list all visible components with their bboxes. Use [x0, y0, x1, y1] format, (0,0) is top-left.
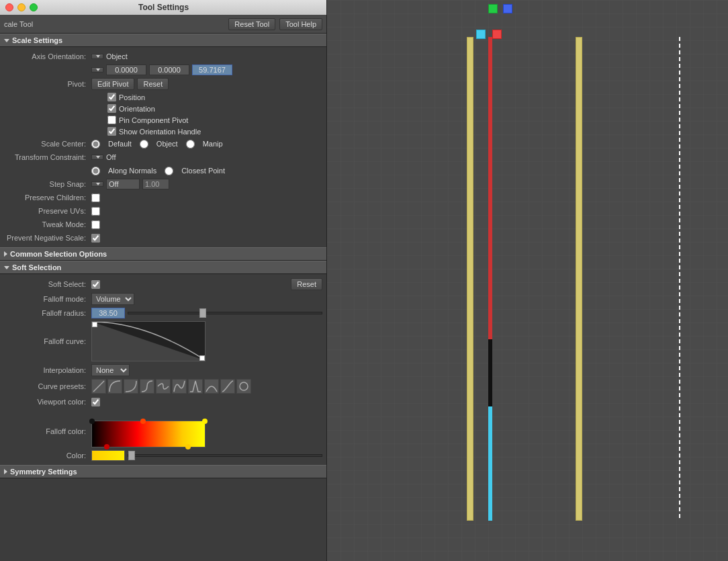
- xyz-row: 0.0000 0.0000 59.7167: [0, 63, 326, 77]
- color-row: Color:: [0, 449, 326, 462]
- falloff-curve-canvas[interactable]: [91, 321, 206, 361]
- falloff-mode-select[interactable]: Volume Surface: [91, 293, 134, 305]
- svg-point-1: [240, 382, 248, 390]
- preserve-uvs-content: [91, 207, 322, 216]
- x-field[interactable]: 0.0000: [106, 64, 146, 75]
- falloff-radius-field[interactable]: [91, 308, 125, 318]
- pivot-row: Pivot: Edit Pivot Reset: [0, 77, 326, 91]
- step-snap-off-field[interactable]: [106, 179, 140, 189]
- scale-center-default-radio[interactable]: [91, 140, 100, 148]
- scale-center-object-radio[interactable]: [140, 140, 148, 148]
- scale-center-object-label: Object: [156, 140, 178, 148]
- curve-handle-top[interactable]: [92, 322, 97, 327]
- falloff-radius-slider[interactable]: [128, 312, 322, 314]
- pivot-reset-button[interactable]: Reset: [137, 78, 169, 90]
- symmetry-settings-header[interactable]: Symmetry Settings: [0, 465, 326, 478]
- common-selection-header[interactable]: Common Selection Options: [0, 247, 326, 261]
- edit-pivot-button[interactable]: Edit Pivot: [91, 78, 134, 90]
- axis-orientation-dropdown[interactable]: [91, 54, 103, 59]
- scale-center-content: Default Object Manip: [91, 140, 322, 148]
- falloff-mode-content: Volume Surface: [91, 293, 322, 305]
- soft-select-content: Reset: [91, 278, 322, 290]
- preserve-uvs-row: Preserve UVs:: [0, 204, 326, 218]
- color-marker-gold-bottom[interactable]: [185, 444, 191, 449]
- color-slider[interactable]: [128, 454, 322, 457]
- color-marker-red-top[interactable]: [140, 419, 146, 424]
- falloff-color-row: Falloff color:: [0, 408, 326, 449]
- preset-btn-7[interactable]: [188, 379, 203, 394]
- falloff-curve-label: Falloff curve:: [4, 337, 91, 345]
- vp-square-green: [488, 4, 498, 13]
- color-marker-darkred-bottom[interactable]: [104, 444, 109, 449]
- soft-select-checkbox[interactable]: [91, 280, 100, 289]
- minimize-button[interactable]: [17, 3, 26, 11]
- maximize-button[interactable]: [30, 3, 38, 11]
- closest-point-radio[interactable]: [165, 167, 173, 175]
- preset-btn-5[interactable]: [156, 379, 171, 394]
- tweak-mode-content: [91, 220, 322, 229]
- preserve-children-label: Preserve Children:: [4, 193, 91, 202]
- scale-settings-arrow: [4, 39, 9, 42]
- xyz-dropdown[interactable]: [91, 67, 103, 73]
- viewport-color-checkbox[interactable]: [91, 398, 100, 406]
- title-bar: Tool Settings: [0, 0, 327, 15]
- vp-bar-black: [488, 339, 492, 406]
- color-marker-yellow-top[interactable]: [202, 419, 208, 424]
- along-normals-label: Along Normals: [108, 167, 156, 175]
- interpolation-row: Interpolation: None Linear: [0, 363, 326, 378]
- step-snap-content: [91, 179, 322, 189]
- xyz-arrow: [96, 69, 100, 71]
- preset-btn-10[interactable]: [236, 379, 251, 394]
- curve-handle-bottom[interactable]: [199, 355, 205, 361]
- viewport-grid: [327, 0, 728, 561]
- transform-constraint-dropdown[interactable]: [91, 155, 103, 160]
- interpolation-select[interactable]: None Linear: [91, 364, 130, 376]
- step-snap-dropdown[interactable]: [91, 181, 103, 187]
- prevent-negative-checkbox[interactable]: [91, 234, 100, 243]
- falloff-curve-svg: [92, 322, 206, 361]
- soft-select-row: Soft Select: Reset: [0, 277, 326, 292]
- vp-bar-red-upper: [488, 37, 492, 339]
- color-marker-black-top[interactable]: [89, 419, 95, 424]
- preserve-children-row: Preserve Children:: [0, 191, 326, 204]
- along-normals-radio[interactable]: [91, 167, 100, 175]
- tweak-mode-checkbox[interactable]: [91, 220, 100, 229]
- step-snap-num-field[interactable]: [142, 179, 169, 189]
- ss-arrow: [96, 183, 100, 185]
- y-field[interactable]: 0.0000: [149, 64, 189, 75]
- vp-square-blue: [503, 4, 512, 13]
- scale-settings-header[interactable]: Scale Settings: [0, 34, 326, 47]
- scale-center-manip-radio[interactable]: [186, 140, 195, 148]
- viewport-color-row: Viewport color:: [0, 395, 326, 408]
- close-button[interactable]: [5, 3, 13, 11]
- preset-btn-2[interactable]: [107, 379, 122, 394]
- pin-component-checkbox[interactable]: [107, 116, 116, 124]
- preset-btn-3[interactable]: [124, 379, 138, 394]
- position-checkbox[interactable]: [107, 93, 116, 101]
- pin-component-label: Pin Component Pivot: [119, 116, 188, 124]
- common-selection-arrow: [4, 251, 7, 257]
- viewport: [327, 0, 728, 561]
- reset-tool-button[interactable]: Reset Tool: [228, 18, 275, 30]
- panel-toolbar: cale Tool Reset Tool Tool Help: [0, 15, 326, 34]
- preserve-uvs-checkbox[interactable]: [91, 207, 100, 216]
- z-field[interactable]: 59.7167: [192, 64, 232, 75]
- falloff-color-gradient[interactable]: [91, 421, 206, 447]
- tool-help-button[interactable]: Tool Help: [279, 18, 322, 30]
- soft-select-reset-button[interactable]: Reset: [291, 278, 322, 290]
- scale-center-label: Scale Center:: [4, 140, 91, 148]
- color-swatch[interactable]: [91, 450, 125, 461]
- preset-btn-6[interactable]: [172, 379, 187, 394]
- prevent-negative-row: Prevent Negative Scale:: [0, 231, 326, 245]
- viewport-color-content: [91, 398, 322, 406]
- preset-btn-8[interactable]: [204, 379, 219, 394]
- orientation-checkbox[interactable]: [107, 104, 116, 113]
- vp-square-red-top: [492, 30, 502, 39]
- preset-btn-4[interactable]: [140, 379, 154, 394]
- preset-btn-9[interactable]: [220, 379, 235, 394]
- preserve-children-checkbox[interactable]: [91, 193, 100, 202]
- position-checkbox-row: Position: [0, 91, 326, 103]
- preset-btn-1[interactable]: [91, 379, 106, 394]
- soft-selection-header[interactable]: Soft Selection: [0, 261, 326, 274]
- show-orientation-checkbox[interactable]: [107, 127, 116, 136]
